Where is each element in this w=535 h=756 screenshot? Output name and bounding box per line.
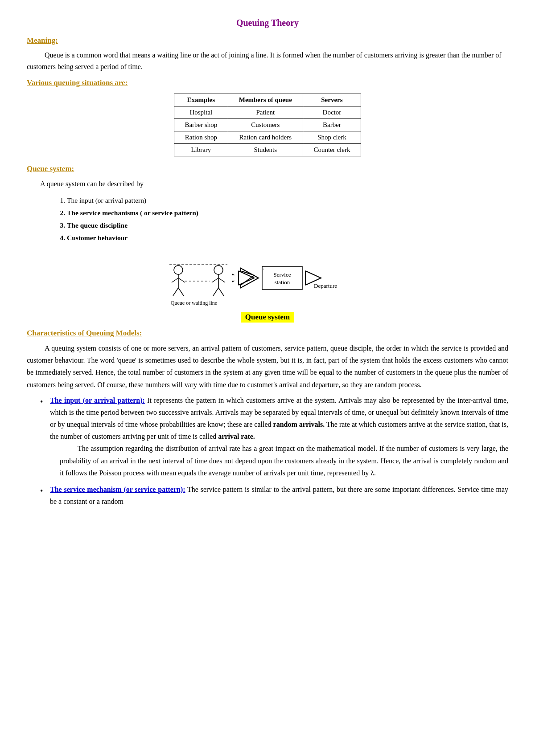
queue-list-item-3: The queue discipline bbox=[67, 219, 508, 232]
service-mechanism-link: The service mechanism (or service patter… bbox=[50, 486, 185, 493]
page-title: Queuing Theory bbox=[27, 18, 508, 28]
svg-line-5 bbox=[178, 288, 184, 296]
svg-line-10 bbox=[213, 288, 218, 296]
svg-text:station: station bbox=[275, 279, 290, 286]
svg-line-9 bbox=[218, 278, 225, 282]
svg-text:Service: Service bbox=[274, 271, 291, 278]
meaning-heading: Meaning: bbox=[27, 36, 508, 45]
queue-system-list: The input (or arrival pattern)The servic… bbox=[67, 194, 508, 244]
bullet-list: • The input (or arrival pattern): It rep… bbox=[40, 394, 508, 508]
svg-line-4 bbox=[173, 288, 178, 296]
col-header-members: Members of queue bbox=[228, 94, 303, 106]
queue-list-item-1: The input (or arrival pattern) bbox=[67, 194, 508, 207]
queue-diagram: Service station ' Departure Queue or wai… bbox=[152, 252, 383, 310]
bullet-content-2: The service mechanism (or service patter… bbox=[50, 483, 508, 507]
bullet-content-1: The input (or arrival pattern): It repre… bbox=[50, 394, 508, 479]
bullet-dot-1: • bbox=[40, 395, 50, 409]
svg-text:': ' bbox=[263, 268, 264, 273]
queue-diagram-svg: Service station ' Departure Queue or wai… bbox=[152, 252, 383, 310]
table-cell: Doctor bbox=[303, 106, 361, 119]
svg-text:Queue or waiting line: Queue or waiting line bbox=[171, 300, 217, 306]
table-cell: Students bbox=[228, 144, 303, 156]
bullet-item-service: • The service mechanism (or service patt… bbox=[40, 483, 508, 507]
table-cell: Barber bbox=[303, 119, 361, 131]
table-cell: Counter clerk bbox=[303, 144, 361, 156]
table-cell: Barber shop bbox=[174, 119, 228, 131]
bullet-dot-2: • bbox=[40, 484, 50, 498]
col-header-examples: Examples bbox=[174, 94, 228, 106]
queuing-situations-table: Examples Members of queue Servers Hospit… bbox=[174, 94, 361, 156]
table-row: LibraryStudentsCounter clerk bbox=[174, 144, 361, 156]
svg-line-8 bbox=[212, 278, 218, 282]
input-pattern-link: The input (or arrival pattern): bbox=[50, 396, 145, 404]
queue-system-heading: Queue system: bbox=[27, 164, 508, 173]
table-cell: Shop clerk bbox=[303, 131, 361, 144]
meaning-paragraph: Queue is a common word that means a wait… bbox=[27, 49, 508, 72]
queue-system-description: A queue system can be described by bbox=[40, 178, 508, 190]
table-cell: Library bbox=[174, 144, 228, 156]
table-cell: Customers bbox=[228, 119, 303, 131]
table-row: Barber shopCustomersBarber bbox=[174, 119, 361, 131]
random-arrivals-text: random arrivals. bbox=[273, 421, 325, 428]
queue-list-item-4: Customer behaviour bbox=[67, 232, 508, 244]
svg-text:Departure: Departure bbox=[314, 282, 337, 289]
table-row: Ration shopRation card holdersShop clerk bbox=[174, 131, 361, 144]
queue-diagram-area: Service station ' Departure Queue or wai… bbox=[27, 252, 508, 323]
bullet-item-input: • The input (or arrival pattern): It rep… bbox=[40, 394, 508, 479]
bullet1-sub-para: The assumption regarding the distributio… bbox=[60, 442, 508, 479]
svg-rect-15 bbox=[232, 275, 241, 281]
diagram-caption: Queue system bbox=[241, 310, 295, 323]
svg-line-2 bbox=[172, 278, 178, 282]
queuing-situations-table-wrapper: Examples Members of queue Servers Hospit… bbox=[27, 94, 508, 156]
svg-line-3 bbox=[178, 278, 185, 282]
arrival-rate-text: arrival rate. bbox=[218, 433, 255, 440]
svg-marker-16 bbox=[241, 268, 259, 288]
table-cell: Ration shop bbox=[174, 131, 228, 144]
characteristics-paragraph: A queuing system consists of one or more… bbox=[27, 342, 508, 391]
queue-list-item-2: The service mechanisms ( or service patt… bbox=[67, 207, 508, 219]
svg-point-6 bbox=[214, 266, 223, 274]
various-heading: Various queuing situations are: bbox=[27, 78, 508, 87]
svg-point-0 bbox=[174, 266, 183, 274]
characteristics-heading: Characteristics of Queuing Models: bbox=[27, 329, 508, 338]
svg-line-11 bbox=[218, 288, 224, 296]
table-row: HospitalPatientDoctor bbox=[174, 106, 361, 119]
col-header-servers: Servers bbox=[303, 94, 361, 106]
svg-rect-18 bbox=[262, 266, 302, 290]
table-cell: Patient bbox=[228, 106, 303, 119]
table-cell: Hospital bbox=[174, 106, 228, 119]
table-cell: Ration card holders bbox=[228, 131, 303, 144]
